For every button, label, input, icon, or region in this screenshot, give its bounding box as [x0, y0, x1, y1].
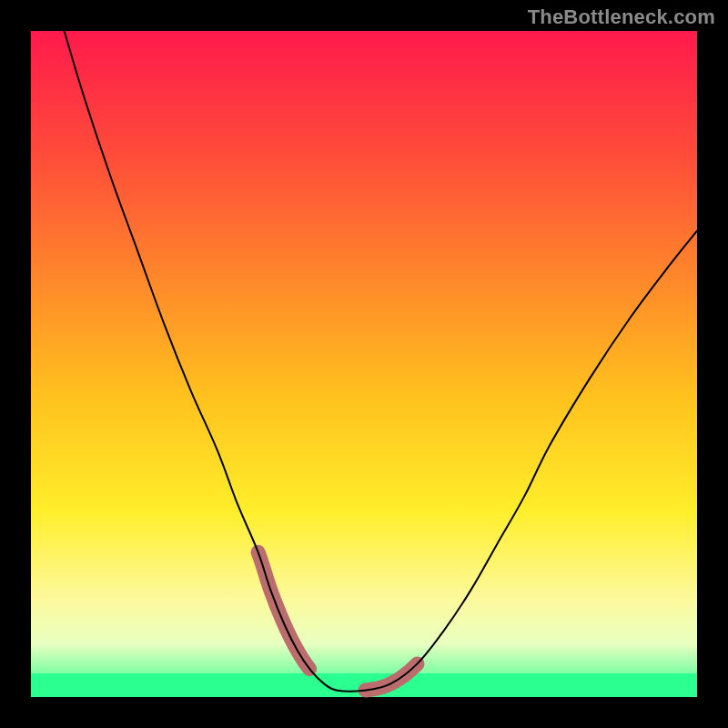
bottleneck-curve-chart: [31, 31, 697, 697]
bottleneck-curve: [65, 31, 697, 692]
right-valley-marker: [366, 663, 418, 690]
left-valley-marker: [258, 552, 310, 669]
watermark-label: TheBottleneck.com: [528, 5, 715, 29]
chart-frame: TheBottleneck.com: [0, 0, 728, 728]
